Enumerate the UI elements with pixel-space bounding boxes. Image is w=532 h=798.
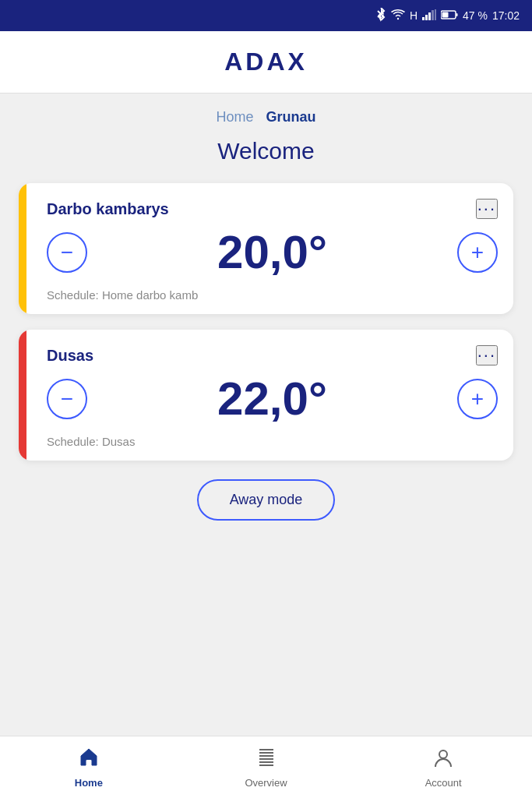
device-name-darbo: Darbo kambarys: [47, 200, 169, 218]
away-mode-button[interactable]: Away mode: [197, 479, 336, 521]
device-card-darbo: Darbo kambarys ··· − 20,0° + Schedule: H…: [19, 183, 513, 314]
card-controls-darbo: − 20,0° +: [47, 225, 498, 279]
increase-button-dusas[interactable]: +: [457, 379, 498, 419]
card-header-darbo: Darbo kambarys ···: [47, 199, 498, 219]
nav-item-home[interactable]: Home: [0, 747, 178, 789]
nav-item-account[interactable]: Account: [354, 747, 532, 789]
device-card-dusas: Dusas ··· − 22,0° + Schedule: Dusas: [19, 330, 513, 461]
bluetooth-icon: [375, 8, 386, 24]
card-accent-yellow: [19, 183, 26, 314]
svg-rect-3: [428, 12, 431, 20]
temperature-darbo: 20,0°: [217, 225, 327, 279]
wifi-icon: [391, 9, 405, 23]
welcome-title: Welcome: [19, 138, 513, 164]
network-indicator: H: [410, 9, 417, 22]
decrease-button-dusas[interactable]: −: [47, 379, 87, 419]
schedule-dusas: Schedule: Dusas: [47, 432, 498, 448]
card-accent-orange: [19, 330, 26, 461]
svg-point-0: [397, 17, 399, 19]
time-display: 17:02: [492, 9, 520, 22]
account-icon: [432, 747, 454, 774]
breadcrumb-home[interactable]: Home: [216, 109, 253, 125]
nav-label-home: Home: [75, 777, 103, 789]
more-button-dusas[interactable]: ···: [476, 345, 498, 365]
decrease-button-darbo[interactable]: −: [47, 232, 87, 273]
schedule-darbo: Schedule: Home darbo kamb: [47, 285, 498, 302]
device-name-dusas: Dusas: [47, 347, 93, 365]
svg-rect-2: [425, 15, 428, 20]
away-mode-container: Away mode: [19, 479, 513, 521]
svg-rect-9: [86, 760, 91, 765]
status-icons: H 47 % 17:02: [375, 8, 520, 24]
more-button-darbo[interactable]: ···: [476, 199, 498, 219]
card-controls-dusas: − 22,0° +: [47, 372, 498, 425]
breadcrumb: Home Grunau: [19, 109, 513, 125]
nav-label-account: Account: [425, 777, 462, 789]
svg-rect-5: [435, 9, 436, 20]
svg-rect-7: [456, 13, 458, 16]
overview-icon: [255, 747, 277, 774]
svg-rect-4: [432, 10, 434, 20]
home-icon: [78, 747, 100, 774]
app-header: ADAX: [0, 31, 532, 94]
svg-point-16: [439, 750, 447, 758]
temperature-dusas: 22,0°: [217, 372, 327, 425]
svg-rect-8: [442, 12, 449, 18]
status-bar: H 47 % 17:02: [0, 0, 532, 31]
card-header-dusas: Dusas ···: [47, 345, 498, 365]
battery-percent: 47 %: [463, 9, 488, 22]
main-content: Home Grunau Welcome Darbo kambarys ··· −…: [0, 94, 532, 736]
signal-icon: [422, 9, 436, 23]
nav-item-overview[interactable]: Overview: [178, 747, 355, 789]
breadcrumb-grunau[interactable]: Grunau: [266, 109, 316, 125]
battery-icon: [441, 9, 458, 22]
bottom-nav: Home Overview Account: [0, 736, 532, 798]
app-logo: ADAX: [224, 48, 308, 76]
increase-button-darbo[interactable]: +: [457, 232, 498, 273]
svg-rect-1: [422, 17, 425, 20]
nav-label-overview: Overview: [245, 777, 287, 789]
